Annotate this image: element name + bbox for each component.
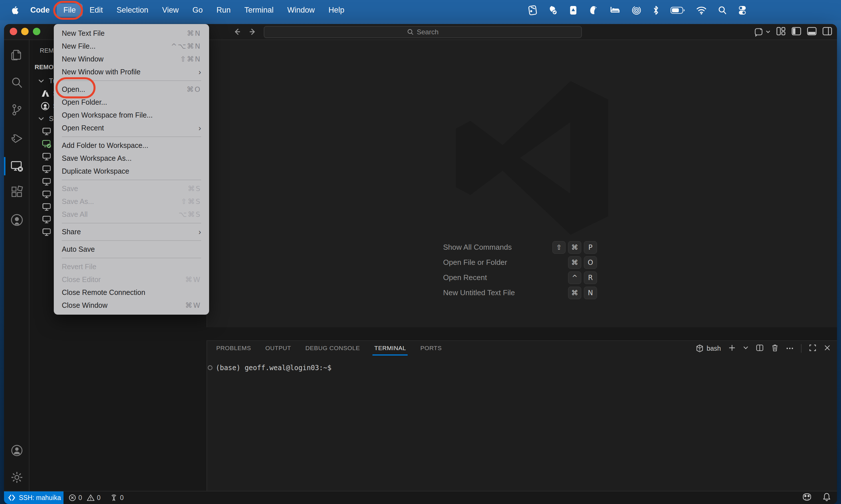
battery-status-icon[interactable] [670,6,685,14]
menu-item-open-recent[interactable]: Open Recent› [54,122,209,134]
maximize-traffic-light[interactable] [33,28,40,35]
terminal-dropdown-chevron-icon[interactable] [743,346,748,351]
explorer-icon[interactable] [4,47,30,64]
scanner-status-icon[interactable] [528,5,537,15]
toggle-primary-sidebar-icon[interactable] [791,26,802,37]
warning-icon [87,494,95,501]
search-view-icon[interactable] [4,74,30,91]
tab-terminal[interactable]: TERMINAL [374,343,407,353]
tab-debug-console[interactable]: DEBUG CONSOLE [305,343,360,353]
tab-output[interactable]: OUTPUT [265,343,292,353]
status-bar: SSH: mahuika 0 0 0 [4,491,837,504]
menubar-item-help[interactable]: Help [322,3,351,17]
toggle-secondary-sidebar-icon[interactable] [822,26,833,37]
copilot-menu-icon[interactable] [754,27,771,37]
menu-separator [62,137,201,137]
apple-menu-icon[interactable] [12,6,19,15]
menu-item-save: Save⌘S [54,182,209,195]
notifications-bell-icon[interactable] [823,492,831,503]
source-control-icon[interactable] [4,101,30,119]
editor-area: Show All Commands ⇧ ⌘ P Open File or Fol… [207,40,837,327]
more-actions-icon[interactable] [786,346,793,351]
menu-item-open-workspace-from-file[interactable]: Open Workspace from File... [54,109,209,122]
accounts-icon[interactable] [4,442,30,459]
menu-item-close-window[interactable]: Close Window⌘W [54,299,209,312]
menu-item-close-remote-connection[interactable]: Close Remote Connection [54,286,209,299]
kill-terminal-trash-icon[interactable] [771,344,779,353]
menu-item-duplicate-workspace[interactable]: Duplicate Workspace [54,165,209,178]
eject-app-status-icon[interactable] [569,5,577,15]
watermark-row: New Untitled Text File ⌘ N [443,285,597,300]
annotation-circle-open-item [55,77,95,98]
command-center-search[interactable]: Search [264,26,582,38]
tab-problems[interactable]: PROBLEMS [216,343,252,353]
menubar-item-run[interactable]: Run [210,3,238,17]
navigate-back-icon[interactable] [232,27,242,39]
airdrop-status-icon[interactable] [632,5,641,15]
macos-menubar: Code File Edit Selection View Go Run Ter… [0,0,841,20]
menu-separator [62,258,201,258]
key-cmd: ⌘ [568,287,581,299]
key-ctrl: ^ [568,271,581,284]
menu-item-new-file[interactable]: New File...^⌥⌘N [54,40,209,53]
tab-ports[interactable]: PORTS [419,343,442,353]
menubar-item-edit[interactable]: Edit [83,3,110,17]
menu-item-new-text-file[interactable]: New Text File⌘N [54,27,209,40]
split-terminal-icon[interactable] [756,344,764,353]
minimize-traffic-light[interactable] [21,28,29,35]
terminal-prompt[interactable]: (base) geoff.weal@login03:~$ [216,364,332,372]
github-icon [40,102,50,110]
bottom-panel: PROBLEMS OUTPUT DEBUG CONSOLE TERMINAL P… [207,340,837,491]
new-terminal-icon[interactable] [728,344,736,353]
navigate-forward-icon[interactable] [248,27,257,39]
settings-gear-icon[interactable] [4,469,30,486]
github-view-icon[interactable] [4,211,30,229]
menubar-item-window[interactable]: Window [280,3,322,17]
ports-forwarded-status[interactable]: 0 [110,494,124,502]
activity-bar [4,40,30,491]
menu-item-share[interactable]: Share› [54,226,209,238]
shield-check-status-icon[interactable] [549,5,558,15]
radio-tower-icon [110,494,118,502]
menu-item-new-window-with-profile[interactable]: New Window with Profile› [54,66,209,78]
extensions-icon[interactable] [4,183,30,200]
key-o: O [584,256,597,269]
menu-item-add-folder-to-workspace[interactable]: Add Folder to Workspace... [54,139,209,152]
bluetooth-status-icon[interactable] [653,5,659,15]
menubar-item-terminal[interactable]: Terminal [237,3,280,17]
menu-item-new-window[interactable]: New Window⇧⌘N [54,53,209,66]
submenu-chevron-icon: › [198,68,201,77]
menubar-item-selection[interactable]: Selection [110,3,155,17]
customize-layout-icon[interactable] [776,26,786,37]
menu-separator [62,223,201,223]
remote-explorer-icon[interactable] [4,158,30,175]
menubar-item-view[interactable]: View [155,3,186,17]
leaf-status-icon[interactable] [589,5,598,15]
key-p: P [584,241,597,254]
vm-monitor-icon [42,165,52,173]
errors-warnings-status[interactable]: 0 0 [69,494,101,502]
copilot-status-icon[interactable] [802,492,812,503]
menubar-item-go[interactable]: Go [186,3,210,17]
control-center-icon[interactable] [738,5,747,15]
run-debug-icon[interactable] [4,130,30,147]
close-window-traffic-light[interactable] [10,28,17,35]
close-panel-icon[interactable] [824,344,831,353]
vm-monitor-icon [42,202,52,211]
menu-item-auto-save[interactable]: Auto Save [54,243,209,256]
remote-indicator[interactable]: SSH: mahuika [4,491,64,504]
bed-status-icon[interactable] [610,6,620,15]
toggle-panel-icon[interactable] [807,26,817,37]
terminal-shell-selector[interactable]: $ bash [696,344,721,353]
chevron-down-icon [36,117,46,121]
search-icon [407,29,414,35]
vm-monitor-icon [42,228,52,236]
error-icon [69,494,76,501]
spotlight-search-icon[interactable] [718,6,727,15]
menu-item-close-editor: Close Editor⌘W [54,273,209,286]
maximize-panel-icon[interactable] [809,344,817,353]
key-shift: ⇧ [552,241,566,254]
menubar-app-name[interactable]: Code [23,3,57,17]
menu-item-save-workspace-as[interactable]: Save Workspace As... [54,152,209,165]
wifi-status-icon[interactable] [696,6,706,15]
